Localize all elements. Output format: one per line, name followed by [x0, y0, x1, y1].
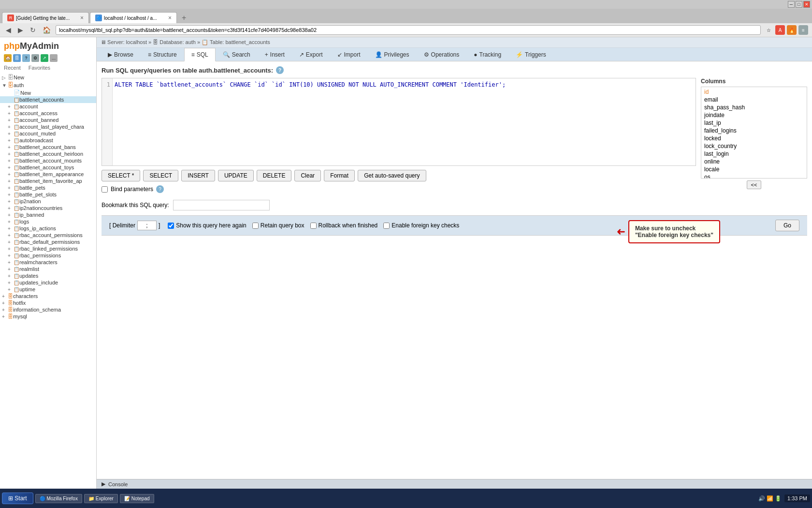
bind-params-help[interactable]: ? — [156, 185, 164, 193]
insert-button[interactable]: INSERT — [181, 170, 215, 181]
tab-privileges[interactable]: 👤 Privileges — [368, 48, 417, 61]
tab-browse[interactable]: ▶ Browse — [101, 48, 141, 61]
columns-list[interactable]: id email sha_pass_hash joindate last_ip … — [701, 87, 807, 179]
column-joindate[interactable]: joindate — [702, 111, 806, 119]
tree-item-information_schema[interactable]: + 🗄 information_schema — [0, 306, 96, 313]
new-tab-button[interactable]: + — [178, 13, 190, 23]
tree-item-characters[interactable]: + 🗄 characters — [0, 293, 96, 299]
tree-item-battlenet_accounts[interactable]: 📋 battlenet_accounts — [0, 96, 96, 103]
recent-label[interactable]: Recent — [4, 65, 21, 71]
exit-sidebar-icon[interactable]: ↗ — [41, 54, 48, 62]
column-email[interactable]: email — [702, 96, 806, 104]
help-sidebar-icon[interactable]: ? — [22, 54, 30, 62]
help-icon[interactable]: ? — [276, 66, 284, 74]
tree-item-battle_pet_slots[interactable]: + 📋 battle_pet_slots — [0, 191, 96, 198]
format-button[interactable]: Format — [324, 170, 355, 181]
column-last_ip[interactable]: last_ip — [702, 119, 806, 127]
sql-textarea[interactable]: ALTER TABLE `battlenet_accounts` CHANGE … — [113, 78, 696, 165]
foreign-key-checkbox[interactable] — [383, 223, 390, 229]
tree-item-battlenet_item_favorite[interactable]: + 📋 battlenet_item_favorite_ap — [0, 178, 96, 184]
home-sidebar-icon[interactable]: 🏠 — [4, 54, 12, 62]
tree-item-uptime[interactable]: + 📋 uptime — [0, 286, 96, 293]
tab-export[interactable]: ↗ Export — [292, 48, 330, 61]
tab2-close[interactable]: × — [168, 15, 172, 21]
favorites-label[interactable]: Favorites — [29, 65, 50, 71]
address-input[interactable] — [56, 25, 761, 35]
columns-nav-btn[interactable]: << — [747, 180, 762, 189]
tree-item-battlenet_item_appearance[interactable]: + 📋 battlenet_item_appearance — [0, 171, 96, 178]
home-button[interactable]: 🏠 — [41, 25, 53, 35]
tab-import[interactable]: ↙ Import — [330, 48, 368, 61]
tree-item-account_banned[interactable]: + 📋 account_banned — [0, 117, 96, 123]
back-button[interactable]: ◀ — [4, 25, 13, 35]
tree-item-rbac_linked_permissions[interactable]: + 📋 rbac_linked_permissions — [0, 245, 96, 252]
tree-item-rbac_default_permissions[interactable]: + 📋 rbac_default_permissions — [0, 239, 96, 245]
taskbar-item-2[interactable]: 📁 Explorer — [84, 494, 118, 503]
tree-item-account[interactable]: + 📋 account — [0, 103, 96, 110]
settings-sidebar-icon[interactable]: ⚙ — [31, 54, 39, 62]
ext1-icon[interactable]: A — [775, 25, 785, 35]
delimiter-input[interactable] — [137, 221, 157, 230]
tab-operations[interactable]: ⚙ Operations — [417, 48, 467, 61]
breadcrumb-database[interactable]: 🗄 Database: auth — [153, 39, 196, 45]
tab-triggers[interactable]: ⚡ Triggers — [508, 48, 553, 61]
tree-item-auth-new[interactable]: 📄 New — [0, 89, 96, 96]
reload-button[interactable]: ↻ — [28, 25, 38, 35]
tree-item-auth-db[interactable]: ▼ 🗄 auth — [0, 81, 96, 89]
bookmark-icon[interactable]: ☆ — [764, 25, 773, 35]
close-button[interactable]: ✕ — [803, 1, 810, 8]
bookmark-input[interactable] — [173, 200, 270, 210]
start-button[interactable]: ⊞ Start — [2, 493, 33, 504]
update-button[interactable]: UPDATE — [218, 170, 254, 181]
minimize-button[interactable]: ─ — [788, 1, 795, 8]
tree-item-battlenet_account_bans[interactable]: + 📋 battlenet_account_bans — [0, 144, 96, 150]
column-last_login[interactable]: last_login — [702, 150, 806, 158]
forward-button[interactable]: ▶ — [16, 25, 25, 35]
tree-item-ip_banned[interactable]: + 📋 ip_banned — [0, 211, 96, 218]
tab1-close[interactable]: × — [80, 15, 84, 21]
taskbar-item-1[interactable]: 🔵 Mozilla Firefox — [35, 494, 82, 503]
rollback-checkbox[interactable] — [310, 223, 317, 229]
select-star-button[interactable]: SELECT * — [102, 170, 140, 181]
tree-item-realmcharacters[interactable]: + 📋 realmcharacters — [0, 259, 96, 266]
clear-button[interactable]: Clear — [294, 170, 321, 181]
go-button[interactable]: Go — [775, 220, 799, 231]
select-button[interactable]: SELECT — [143, 170, 178, 181]
tab-search[interactable]: 🔍 Search — [216, 48, 258, 61]
bind-params-checkbox[interactable] — [102, 186, 108, 193]
tree-item-rbac_permissions[interactable]: + 📋 rbac_permissions — [0, 252, 96, 259]
tree-item-autobroadcast[interactable]: + 📋 autobroadcast — [0, 137, 96, 144]
column-failed_logins[interactable]: failed_logins — [702, 127, 806, 134]
column-locked[interactable]: locked — [702, 134, 806, 142]
column-os[interactable]: os — [702, 173, 806, 179]
tree-item-logs_ip_actions[interactable]: + 📋 logs_ip_actions — [0, 225, 96, 232]
db-sidebar-icon[interactable]: 🗄 — [13, 54, 21, 62]
tree-item-battlenet_account_heirloon[interactable]: + 📋 battlenet_account_heirloon — [0, 150, 96, 157]
tree-item-ip2nation[interactable]: + 📋 ip2nation — [0, 198, 96, 205]
tab-insert[interactable]: + Insert — [258, 48, 292, 61]
tree-item-account_access[interactable]: + 📋 account_access — [0, 110, 96, 117]
tree-item-account_last_played[interactable]: + 📋 account_last_played_chara — [0, 123, 96, 130]
tree-item-rbac_account_permissions[interactable]: + 📋 rbac_account_permissions — [0, 232, 96, 239]
tree-item-mysql[interactable]: + 🗄 mysql — [0, 313, 96, 320]
maximize-button[interactable]: □ — [796, 1, 802, 8]
tree-item-new-root[interactable]: ▷ 🗄 New — [0, 74, 96, 81]
delete-button[interactable]: DELETE — [257, 170, 292, 181]
breadcrumb-table[interactable]: 📋 Table: battlenet_accounts — [202, 39, 270, 45]
tab-structure[interactable]: ≡ Structure — [141, 48, 184, 61]
tree-item-hotfix[interactable]: + 🗄 hotfix — [0, 299, 96, 306]
column-id[interactable]: id — [702, 88, 806, 96]
show-query-checkbox[interactable] — [168, 223, 174, 229]
tree-item-ip2nationcountries[interactable]: + 📋 ip2nationcountries — [0, 205, 96, 211]
get-auto-saved-button[interactable]: Get auto-saved query — [358, 170, 426, 181]
taskbar-item-3[interactable]: 📝 Notepad — [120, 494, 154, 503]
retain-query-checkbox[interactable] — [252, 223, 259, 229]
window-controls[interactable]: ─ □ ✕ — [788, 1, 810, 8]
breadcrumb-server[interactable]: 🖥 Server: localhost — [101, 39, 147, 45]
tree-item-account_muted[interactable]: + 📋 account_muted — [0, 130, 96, 137]
tab-2[interactable]: 🔷 localhost / localhost / a... × — [90, 12, 177, 23]
column-lock_country[interactable]: lock_country — [702, 142, 806, 150]
tree-item-battlenet_account_toys[interactable]: + 📋 battlenet_account_toys — [0, 164, 96, 171]
tab-tracking[interactable]: ● Tracking — [466, 48, 508, 61]
column-sha_pass_hash[interactable]: sha_pass_hash — [702, 104, 806, 111]
